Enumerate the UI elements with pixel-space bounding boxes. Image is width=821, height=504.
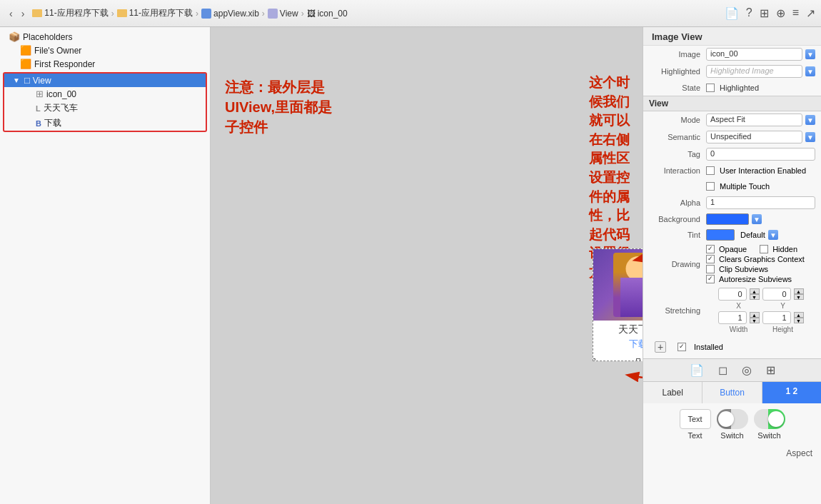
mode-row: Mode Aspect Fit ▼ bbox=[643, 111, 821, 128]
background-label: Background bbox=[649, 215, 706, 223]
clears-graphics-cb[interactable] bbox=[706, 255, 715, 263]
stretching-label: Stretching bbox=[649, 306, 706, 315]
stretch-x-stepper[interactable]: ▲▼ bbox=[750, 288, 760, 300]
back-button[interactable]: ‹ bbox=[6, 6, 16, 21]
background-arrow[interactable]: ▼ bbox=[752, 214, 762, 224]
target-icon[interactable]: ⊕ bbox=[776, 6, 785, 20]
plus-row: + Installed bbox=[643, 336, 821, 358]
tint-color-swatch[interactable] bbox=[706, 229, 735, 241]
stretch-height-stepper[interactable]: ▲▼ bbox=[794, 312, 804, 323]
tag-field[interactable]: 0 bbox=[706, 148, 815, 161]
breadcrumb-item-2[interactable]: 11-应用程序下载 bbox=[117, 7, 193, 19]
hidden-cb[interactable] bbox=[760, 245, 768, 253]
background-color-swatch[interactable] bbox=[706, 213, 749, 225]
breadcrumb-item-3[interactable]: appView.xib bbox=[201, 9, 259, 19]
disclosure-view[interactable]: ▼ bbox=[13, 76, 20, 84]
toggle-off-label: Switch bbox=[720, 431, 743, 440]
grid-icon-bottom[interactable]: ⊞ bbox=[766, 363, 775, 377]
char-body bbox=[620, 278, 643, 317]
lib-item-toggle-on[interactable]: Switch bbox=[754, 409, 785, 440]
stretch-height-field[interactable] bbox=[762, 311, 791, 324]
autoresize-cb[interactable] bbox=[706, 275, 715, 283]
x-label: X bbox=[725, 302, 753, 310]
state-checkbox[interactable] bbox=[706, 84, 715, 92]
arrow-button bbox=[618, 341, 643, 405]
button-btn[interactable]: Button bbox=[702, 382, 762, 403]
toolbar-nav[interactable]: ‹ › bbox=[6, 6, 28, 21]
y-label: Y bbox=[769, 302, 797, 310]
mode-field[interactable]: Aspect Fit bbox=[706, 114, 802, 126]
semantic-arrow[interactable]: ▼ bbox=[805, 132, 815, 142]
highlighted-field[interactable]: Highlighted Image bbox=[706, 65, 802, 78]
opaque-label: Opaque bbox=[719, 245, 747, 253]
image-icon: 🖼 bbox=[307, 9, 316, 19]
installed-cb[interactable] bbox=[678, 343, 686, 351]
tint-arrow[interactable]: ▼ bbox=[768, 230, 778, 240]
mode-arrow[interactable]: ▼ bbox=[805, 115, 815, 125]
breadcrumb-item-4[interactable]: View bbox=[268, 9, 298, 19]
canvas: 注意：最外层是UIView,里面都是子控件 这个时候我们就可以在右侧属性区设置控… bbox=[211, 27, 643, 504]
tree-item-filesowner[interactable]: 🟧 File's Owner bbox=[0, 44, 210, 57]
multiple-touch-label: Multiple Touch bbox=[720, 182, 770, 191]
forward-button[interactable]: › bbox=[18, 6, 29, 21]
stretch-x-field[interactable] bbox=[718, 288, 747, 301]
firstresponder-icon: 🟧 bbox=[20, 59, 31, 69]
toggle-knob-off bbox=[718, 411, 734, 427]
clip-subviews-cb[interactable] bbox=[706, 265, 715, 273]
tint-row: Tint Default ▼ bbox=[643, 227, 821, 243]
stretching-row: Stretching ▲▼ ▲▼ X Y ▲▼ ▲▼ bbox=[643, 286, 821, 336]
toggle-on-item bbox=[754, 409, 785, 429]
toggle-off-item bbox=[717, 409, 748, 429]
label-btn[interactable]: Label bbox=[643, 382, 702, 403]
tree-label-filesowner: File's Owner bbox=[34, 46, 81, 56]
grid-icon[interactable]: ⊞ bbox=[760, 6, 769, 20]
breadcrumb-item-1[interactable]: 11-应用程序下载 bbox=[32, 7, 108, 19]
lib-item-text[interactable]: Text Text bbox=[680, 409, 711, 440]
share-icon[interactable]: ↗ bbox=[806, 6, 815, 20]
toggle-on-label: Switch bbox=[757, 431, 780, 440]
stretch-y-stepper[interactable]: ▲▼ bbox=[794, 288, 804, 300]
user-interaction-cb[interactable] bbox=[706, 166, 715, 175]
file-icon-bottom[interactable]: 📄 bbox=[690, 363, 704, 377]
highlighted-arrow[interactable]: ▼ bbox=[805, 66, 815, 76]
semantic-field[interactable]: Unspecified bbox=[706, 131, 802, 143]
lib-item-toggle-off[interactable]: Switch bbox=[717, 409, 748, 440]
text-item-label: Text bbox=[687, 431, 702, 440]
multiple-touch-cb[interactable] bbox=[706, 182, 715, 191]
image-row: Image icon_00 ▼ bbox=[643, 46, 821, 63]
tree-item-placeholders[interactable]: 📦 Placeholders bbox=[0, 30, 210, 44]
tint-label: Tint bbox=[649, 231, 706, 239]
semantic-label: Semantic bbox=[649, 133, 706, 141]
interaction-value-container: User Interaction Enabled bbox=[706, 166, 815, 175]
tree-item-firstresponder[interactable]: 🟧 First Responder bbox=[0, 57, 210, 71]
breadcrumb: 11-应用程序下载 › 11-应用程序下载 › appView.xib › Vi… bbox=[32, 7, 347, 19]
image-field[interactable]: icon_00 bbox=[706, 48, 802, 61]
inspector-icon[interactable]: ≡ bbox=[792, 6, 799, 20]
target-icon-bottom[interactable]: ◎ bbox=[742, 363, 752, 377]
semantic-value-container: Unspecified ▼ bbox=[706, 131, 815, 143]
tree-label-firstresponder: First Responder bbox=[34, 59, 95, 69]
file-icon[interactable]: 📄 bbox=[725, 6, 739, 20]
view-icon bbox=[268, 9, 278, 19]
opaque-cb[interactable] bbox=[706, 245, 715, 253]
stretch-y-field[interactable] bbox=[762, 288, 791, 301]
stretching-value-container: ▲▼ ▲▼ X Y ▲▼ ▲▼ Width bbox=[706, 288, 815, 333]
alpha-field[interactable]: 1 bbox=[706, 196, 815, 209]
image-arrow[interactable]: ▼ bbox=[805, 49, 815, 59]
stretch-width-stepper[interactable]: ▲▼ bbox=[750, 312, 760, 323]
mode-value-container: Aspect Fit ▼ bbox=[706, 114, 815, 126]
tree-item-icon00[interactable]: ⊞ icon_00 bbox=[4, 87, 206, 101]
breadcrumb-label-2: 11-应用程序下载 bbox=[129, 7, 193, 19]
tree-item-download[interactable]: B 下载 bbox=[4, 116, 206, 131]
shape-icon-bottom[interactable]: ◻ bbox=[718, 363, 727, 377]
tree-item-view[interactable]: ▼ □ View bbox=[4, 74, 206, 87]
add-button[interactable]: + bbox=[655, 341, 666, 353]
background-row: Background ▼ bbox=[643, 211, 821, 227]
arrow-imageview bbox=[625, 233, 643, 268]
help-icon[interactable]: ? bbox=[746, 6, 752, 20]
breadcrumb-item-5[interactable]: 🖼 icon_00 bbox=[307, 9, 348, 19]
tag-label: Tag bbox=[649, 150, 706, 158]
counter-btn[interactable]: 1 2 bbox=[762, 382, 821, 403]
stretch-width-field[interactable] bbox=[718, 311, 747, 324]
tree-item-tiantianchecar[interactable]: L 天天飞车 bbox=[4, 101, 206, 116]
